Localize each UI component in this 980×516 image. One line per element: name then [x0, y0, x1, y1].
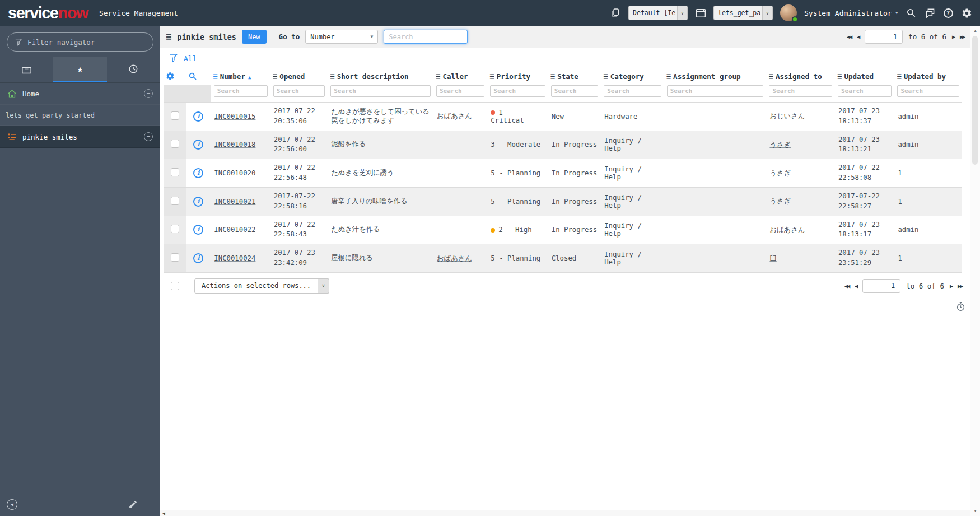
- assigned_to-link[interactable]: うさぎ: [769, 141, 791, 148]
- column-menu-icon[interactable]: ≡: [330, 72, 334, 81]
- column-header-priority[interactable]: ≡Priority: [487, 68, 548, 85]
- column-menu-icon[interactable]: ≡: [213, 72, 217, 81]
- column-menu-icon[interactable]: ≡: [550, 72, 555, 81]
- column-menu-icon[interactable]: ≡: [603, 72, 608, 81]
- info-icon[interactable]: i: [193, 168, 203, 178]
- column-header-category[interactable]: ≡Category: [601, 68, 664, 85]
- avatar[interactable]: [780, 4, 797, 21]
- assigned_to-link[interactable]: おばあさん: [769, 226, 805, 234]
- info-icon[interactable]: i: [193, 111, 203, 122]
- tab-history[interactable]: [107, 57, 160, 82]
- prev-page-icon[interactable]: ◀: [857, 34, 859, 40]
- column-search-input-caller[interactable]: [436, 85, 484, 97]
- column-menu-icon[interactable]: ≡: [837, 72, 842, 81]
- info-icon[interactable]: i: [193, 140, 203, 150]
- column-header-caller[interactable]: ≡Caller: [433, 68, 487, 85]
- row-checkbox[interactable]: [171, 197, 179, 205]
- column-search-input-number[interactable]: [214, 85, 268, 97]
- column-search-input-priority[interactable]: [490, 85, 545, 97]
- column-search-toggle-icon[interactable]: [186, 68, 211, 85]
- filter-navigator[interactable]: [7, 32, 153, 52]
- select-all-checkbox[interactable]: [171, 282, 179, 290]
- column-search-input-updated[interactable]: [838, 85, 892, 97]
- info-icon[interactable]: i: [193, 225, 203, 235]
- incident-link[interactable]: INC0010018: [214, 141, 255, 148]
- row-checkbox[interactable]: [171, 168, 179, 176]
- vertical-scrollbar[interactable]: ▲ ▼: [970, 26, 980, 516]
- assigned_to-link[interactable]: おじいさん: [769, 112, 805, 120]
- list-search-input[interactable]: [384, 30, 468, 44]
- help-icon[interactable]: ?: [942, 7, 954, 18]
- column-header-updated_by[interactable]: ≡Updated by: [894, 68, 962, 85]
- column-search-input-short_description[interactable]: [330, 85, 431, 97]
- row-checkbox[interactable]: [171, 253, 179, 262]
- incident-link[interactable]: INC0010021: [214, 198, 255, 206]
- info-icon[interactable]: i: [193, 253, 203, 263]
- next-page-icon[interactable]: ▶: [950, 283, 952, 289]
- column-header-updated[interactable]: ≡Updated: [835, 68, 894, 85]
- first-page-icon[interactable]: ◀◀: [847, 34, 851, 40]
- remove-favorite-icon[interactable]: −: [144, 89, 153, 98]
- column-menu-icon[interactable]: ≡: [768, 72, 773, 81]
- chat-icon[interactable]: [924, 7, 935, 18]
- column-search-input-assignment_group[interactable]: [667, 85, 764, 97]
- tab-all-applications[interactable]: [0, 57, 53, 82]
- page-number-input[interactable]: [865, 30, 903, 44]
- sidebar-item-home[interactable]: Home −: [0, 83, 160, 105]
- scroll-up-icon[interactable]: ▲: [970, 29, 980, 33]
- column-search-input-assigned_to[interactable]: [769, 85, 832, 97]
- goto-field-select[interactable]: Number ▼: [305, 30, 378, 44]
- assigned_to-link[interactable]: うさぎ: [769, 197, 791, 205]
- user-menu[interactable]: System Administrator ▾: [804, 9, 898, 17]
- scroll-down-icon[interactable]: ▼: [970, 509, 980, 513]
- column-search-input-state[interactable]: [551, 85, 598, 97]
- row-checkbox[interactable]: [171, 225, 179, 233]
- scroll-left-icon[interactable]: ◀: [162, 511, 165, 516]
- caller-link[interactable]: おばあさん: [437, 254, 472, 262]
- first-page-icon[interactable]: ◀◀: [844, 283, 849, 289]
- column-search-input-updated_by[interactable]: [897, 85, 959, 97]
- column-search-input-opened[interactable]: [273, 85, 325, 97]
- column-header-state[interactable]: ≡State: [548, 68, 601, 85]
- last-page-icon[interactable]: ▶▶: [960, 34, 964, 40]
- list-context-menu-icon[interactable]: ≡: [166, 32, 171, 41]
- incident-link[interactable]: INC0010020: [214, 169, 255, 177]
- update-set-picker[interactable]: Default [Ie ∨: [628, 6, 688, 20]
- column-menu-icon[interactable]: ≡: [666, 72, 671, 81]
- filter-funnel-icon[interactable]: [169, 53, 178, 63]
- incident-link[interactable]: INC0010024: [214, 254, 255, 262]
- list-refresh-timer-icon[interactable]: [956, 301, 965, 312]
- row-checkbox[interactable]: [171, 111, 179, 120]
- prev-page-icon[interactable]: ◀: [855, 283, 857, 289]
- edit-favorites-icon[interactable]: [128, 500, 138, 509]
- next-page-icon[interactable]: ▶: [952, 34, 954, 40]
- incident-link[interactable]: INC0010015: [214, 113, 255, 120]
- column-menu-icon[interactable]: ≡: [273, 72, 277, 81]
- sidebar-item-pinkie-smiles[interactable]: pinkie smiles −: [0, 126, 160, 148]
- application-window-icon[interactable]: [695, 7, 706, 18]
- list-personalize-gear-icon[interactable]: [164, 68, 186, 85]
- actions-on-selected-rows-select[interactable]: Actions on selected rows... ∨: [194, 278, 329, 294]
- assigned_to-link[interactable]: うさぎ: [769, 169, 791, 177]
- breadcrumb-all[interactable]: All: [184, 54, 197, 63]
- application-picker[interactable]: lets_get_pa ∨: [713, 6, 773, 20]
- scrollbar-thumb[interactable]: [972, 36, 978, 165]
- horizontal-scrollbar[interactable]: ◀: [160, 510, 970, 516]
- row-checkbox[interactable]: [171, 140, 179, 148]
- split-pane-icon[interactable]: [610, 7, 621, 18]
- search-icon[interactable]: [906, 7, 917, 18]
- tab-favorites[interactable]: ★: [53, 57, 106, 82]
- column-header-opened[interactable]: ≡Opened: [270, 68, 328, 85]
- column-header-short_description[interactable]: ≡Short description: [328, 68, 433, 85]
- column-header-number[interactable]: ≡Number▲: [211, 68, 270, 85]
- page-number-input[interactable]: [862, 279, 900, 293]
- remove-favorite-icon[interactable]: −: [144, 132, 153, 141]
- incident-link[interactable]: INC0010022: [214, 226, 255, 234]
- column-menu-icon[interactable]: ≡: [489, 72, 494, 81]
- assigned_to-link[interactable]: 臼: [769, 254, 776, 262]
- last-page-icon[interactable]: ▶▶: [958, 283, 962, 289]
- new-button[interactable]: New: [242, 30, 267, 44]
- caller-link[interactable]: おばあさん: [437, 112, 472, 120]
- filter-navigator-input[interactable]: [27, 38, 134, 47]
- gear-icon[interactable]: [961, 7, 972, 18]
